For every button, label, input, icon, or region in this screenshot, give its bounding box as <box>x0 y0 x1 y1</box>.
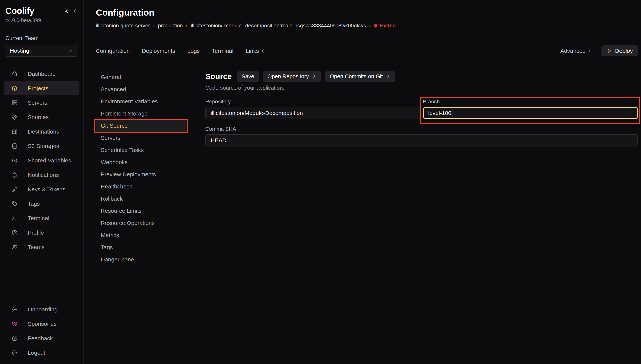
sidebar-item-projects[interactable]: Projects <box>4 81 80 95</box>
bell-icon <box>12 172 18 178</box>
sidebar-item-terminal[interactable]: Terminal <box>4 211 80 225</box>
chevron-down-icon <box>68 48 73 54</box>
status-badge: Exited <box>374 22 396 29</box>
subnav-item-webhooks[interactable]: Webhooks <box>96 156 186 168</box>
subnav-item-resource-operations[interactable]: Resource Operations <box>96 217 186 229</box>
subnav-item-advanced[interactable]: Advanced <box>96 84 186 95</box>
tab-configuration[interactable]: Configuration <box>96 48 130 54</box>
sidebar-item-sponsor[interactable]: Sponsor us <box>4 317 80 331</box>
subnav-item-git-source[interactable]: Git Source <box>96 120 186 132</box>
heart-icon <box>12 321 18 327</box>
subnav-item-metrics[interactable]: Metrics <box>96 229 186 241</box>
sidebar-item-tags[interactable]: Tags <box>4 197 80 211</box>
repository-label: Repository <box>205 98 420 105</box>
subnav-item-environment-variables[interactable]: Environment Variables <box>96 96 186 107</box>
chevrons-up-down-icon <box>261 48 266 54</box>
sidebar-item-keys-tokens[interactable]: Keys & Tokens <box>4 182 80 196</box>
commit-sha-field: Commit SHA <box>205 126 638 146</box>
map-x-icon <box>12 128 18 135</box>
checklist-icon <box>12 306 18 313</box>
variables-icon <box>12 157 18 164</box>
sidebar-item-logout[interactable]: Logout <box>4 346 80 360</box>
sidebar-item-teams[interactable]: Teams <box>4 240 80 254</box>
key-icon <box>12 186 18 193</box>
breadcrumb-environment[interactable]: production <box>158 22 183 29</box>
subnav-item-danger-zone[interactable]: Danger Zone <box>96 254 186 266</box>
user-circle-icon <box>12 230 18 236</box>
layers-icon <box>12 85 18 92</box>
tab-terminal[interactable]: Terminal <box>212 48 233 54</box>
status-label: Exited <box>380 22 396 29</box>
breadcrumb-resource[interactable]: illicitestonion/-module--decomposition:m… <box>191 22 366 29</box>
repository-field: Repository <box>205 98 420 119</box>
current-team-label: Current Team <box>0 35 83 42</box>
play-icon <box>606 48 612 54</box>
external-link-icon <box>312 74 317 79</box>
tab-deployments[interactable]: Deployments <box>142 48 175 54</box>
subnav-item-rollback[interactable]: Rollback <box>96 193 186 204</box>
git-source-form: Source Save Open Repository Open Commits… <box>205 71 638 266</box>
sidebar-item-shared-variables[interactable]: Shared Variables <box>4 154 80 168</box>
subnav-item-general[interactable]: General <box>96 71 186 83</box>
subnav-item-tags[interactable]: Tags <box>96 242 186 253</box>
subnav-item-healthcheck[interactable]: Healthcheck <box>96 181 186 192</box>
advanced-dropdown[interactable]: Advanced <box>560 48 592 54</box>
tab-bar: Configuration Deployments Logs Terminal … <box>96 46 638 56</box>
commit-sha-label: Commit SHA <box>205 126 638 132</box>
sidebar: Coolify v4.0.0-beta.399 Current Team Hos… <box>0 0 84 364</box>
sidebar-nav: Dashboard Projects Servers Sources Desti… <box>0 67 83 254</box>
subnav-item-scheduled-tasks[interactable]: Scheduled Tasks <box>96 144 186 156</box>
deploy-button[interactable]: Deploy <box>601 46 638 56</box>
branch-field: Branch level-100 <box>423 98 638 119</box>
chevron-right-icon: › <box>186 23 188 28</box>
subnav-item-preview-deployments[interactable]: Preview Deployments <box>96 168 186 180</box>
sidebar-item-servers[interactable]: Servers <box>4 96 80 110</box>
sidebar-item-onboarding[interactable]: Onboarding <box>4 302 80 316</box>
sidebar-item-profile[interactable]: Profile <box>4 226 80 240</box>
breadcrumb: illicitonion quote server › production ›… <box>96 22 638 29</box>
sidebar-item-destinations[interactable]: Destinations <box>4 125 80 139</box>
tag-icon <box>12 200 18 207</box>
sun-icon[interactable] <box>63 8 69 14</box>
chevrons-up-down-icon[interactable] <box>73 8 78 14</box>
source-heading: Source <box>205 72 232 81</box>
commit-sha-input[interactable] <box>205 134 638 146</box>
sidebar-item-s3-storages[interactable]: S3 Storages <box>4 139 80 153</box>
sidebar-footer: Onboarding Sponsor us Feedback Logout <box>0 302 83 360</box>
team-select[interactable]: Hosting <box>5 45 78 56</box>
logout-icon <box>12 350 18 356</box>
breadcrumb-project[interactable]: illicitonion quote server <box>96 22 150 29</box>
subnav-item-servers[interactable]: Servers <box>96 132 186 144</box>
database-icon <box>12 143 18 149</box>
server-icon <box>12 100 18 106</box>
subnav-item-persistent-storage[interactable]: Persistent Storage <box>96 108 186 120</box>
terminal-icon <box>12 215 18 222</box>
app-version: v4.0.0-beta.399 <box>0 18 83 23</box>
save-button[interactable]: Save <box>237 71 259 82</box>
repository-input[interactable] <box>205 107 420 119</box>
open-commits-button[interactable]: Open Commits on Git <box>325 71 395 82</box>
sidebar-item-notifications[interactable]: Notifications <box>4 168 80 182</box>
sidebar-item-sources[interactable]: Sources <box>4 110 80 124</box>
settings-subnav: General Advanced Environment Variables P… <box>96 71 186 266</box>
open-repository-button[interactable]: Open Repository <box>263 71 321 82</box>
app-logo: Coolify <box>5 6 34 16</box>
git-diamond-icon <box>12 114 18 120</box>
sidebar-item-feedback[interactable]: Feedback <box>4 331 80 346</box>
page-title: Configuration <box>96 7 638 18</box>
help-circle-icon <box>12 335 18 342</box>
text-cursor <box>452 110 452 117</box>
sidebar-item-dashboard[interactable]: Dashboard <box>4 67 80 81</box>
tab-logs[interactable]: Logs <box>187 48 200 54</box>
branch-label: Branch <box>423 98 638 105</box>
home-icon <box>12 71 18 77</box>
team-select-value: Hosting <box>10 48 29 54</box>
chevrons-up-down-icon <box>587 48 593 54</box>
tab-links[interactable]: Links <box>246 48 266 54</box>
tabbar-divider <box>96 60 638 61</box>
subnav-item-resource-limits[interactable]: Resource Limits <box>96 205 186 217</box>
branch-input-value: level-100 <box>428 110 451 116</box>
chevron-right-icon: › <box>369 23 371 28</box>
users-icon <box>12 244 18 250</box>
branch-input[interactable]: level-100 <box>423 107 638 119</box>
